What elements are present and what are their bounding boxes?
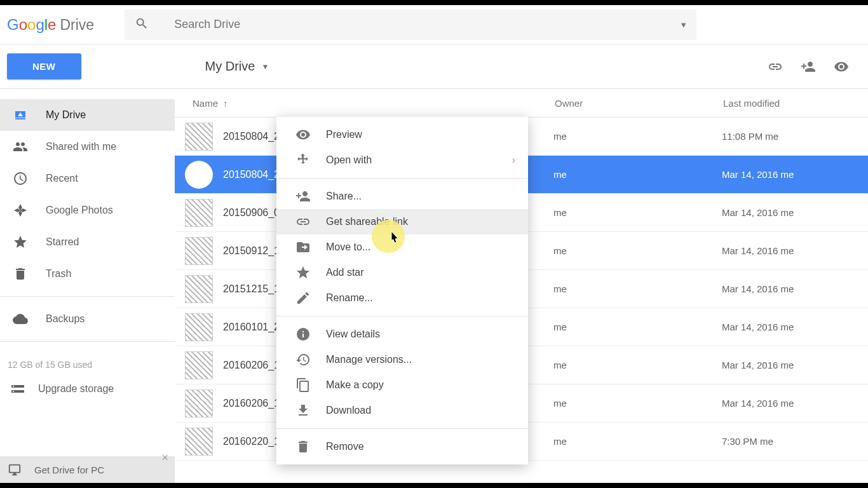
context-menu: Preview Open with › Share... Get shareab… xyxy=(276,117,528,464)
header: Google Drive ▾ xyxy=(0,0,868,44)
sidebar-item-photos[interactable]: Google Photos xyxy=(0,194,175,226)
sidebar-item-label: Google Photos xyxy=(46,205,113,216)
caret-down-icon: ▼ xyxy=(261,62,269,71)
eye-icon xyxy=(295,127,311,142)
sidebar-item-label: Shared with me xyxy=(46,141,116,152)
ctx-add-star[interactable]: Add star xyxy=(276,260,528,285)
trash-icon xyxy=(13,266,28,281)
search-bar[interactable]: ▾ xyxy=(125,10,696,40)
file-owner: me xyxy=(553,245,722,256)
folder-move-icon xyxy=(295,240,311,255)
ctx-view-details[interactable]: View details xyxy=(276,322,528,347)
new-button[interactable]: NEW xyxy=(7,53,81,79)
file-owner: me xyxy=(553,169,722,180)
sidebar-item-label: Starred xyxy=(46,236,79,248)
drive-icon xyxy=(13,107,28,123)
ctx-share[interactable]: Share... xyxy=(276,184,528,209)
star-icon xyxy=(295,265,311,280)
sidebar-item-my-drive[interactable]: My Drive xyxy=(0,99,175,131)
column-owner[interactable]: Owner xyxy=(555,98,723,109)
sidebar-item-starred[interactable]: Starred xyxy=(0,226,175,258)
file-owner: me xyxy=(553,322,722,332)
person-add-icon xyxy=(295,189,311,204)
history-icon xyxy=(295,352,311,367)
sidebar-item-backups[interactable]: Backups xyxy=(0,303,175,335)
get-drive-bar[interactable]: Get Drive for PC × xyxy=(0,456,175,483)
svg-point-0 xyxy=(13,386,14,387)
svg-point-1 xyxy=(13,391,14,392)
search-options-caret-icon[interactable]: ▾ xyxy=(681,19,686,30)
column-header-row: Name ↑ Owner Last modified xyxy=(175,89,868,118)
ctx-get-link[interactable]: Get shareable link xyxy=(276,209,528,234)
file-modified: Mar 14, 2016 me xyxy=(722,398,794,409)
ctx-open-with[interactable]: Open with › xyxy=(276,147,528,173)
file-modified: Mar 14, 2016 me xyxy=(722,245,794,256)
file-thumbnail xyxy=(185,428,213,456)
cloud-icon xyxy=(13,311,28,327)
sidebar-item-shared[interactable]: Shared with me xyxy=(0,131,175,163)
ctx-preview[interactable]: Preview xyxy=(276,122,528,147)
file-modified: Mar 14, 2016 me xyxy=(722,283,794,294)
storage-icon xyxy=(10,381,25,396)
column-name[interactable]: Name ↑ xyxy=(193,98,555,109)
edit-icon xyxy=(295,290,311,306)
file-thumbnail xyxy=(185,123,213,151)
link-icon xyxy=(295,214,311,229)
file-modified: Mar 14, 2016 me xyxy=(722,322,794,332)
file-modified: 11:08 PM me xyxy=(722,131,778,142)
sidebar-item-trash[interactable]: Trash xyxy=(0,258,175,290)
sidebar-item-label: Trash xyxy=(46,268,71,280)
file-owner: me xyxy=(553,283,722,294)
file-thumbnail xyxy=(185,199,213,227)
file-thumbnail xyxy=(185,161,213,189)
ctx-rename[interactable]: Rename... xyxy=(276,285,528,311)
ctx-manage-versions[interactable]: Manage versions... xyxy=(276,347,528,372)
breadcrumb-label: My Drive xyxy=(205,59,255,74)
link-icon[interactable] xyxy=(768,59,783,74)
photos-icon xyxy=(13,203,28,218)
ctx-make-copy[interactable]: Make a copy xyxy=(276,372,528,398)
search-icon xyxy=(135,17,149,32)
file-modified: 7:30 PM me xyxy=(722,436,773,447)
download-icon xyxy=(295,403,311,418)
clock-icon xyxy=(13,171,28,186)
file-owner: me xyxy=(553,436,722,447)
storage-text: 12 GB of 15 GB used xyxy=(0,360,175,370)
star-icon xyxy=(13,234,28,250)
file-owner: me xyxy=(553,131,722,142)
move-arrows-icon xyxy=(295,152,311,168)
sidebar-item-recent[interactable]: Recent xyxy=(0,163,175,194)
people-icon xyxy=(13,139,28,154)
file-owner: me xyxy=(553,207,722,218)
sidebar-item-label: Recent xyxy=(46,173,78,184)
file-list: Name ↑ Owner Last modified 20150804_2 me… xyxy=(175,89,868,483)
upgrade-storage[interactable]: Upgrade storage xyxy=(0,381,175,396)
get-drive-label: Get Drive for PC xyxy=(34,464,104,475)
upgrade-label: Upgrade storage xyxy=(38,383,114,395)
sidebar: My Drive Shared with me Recent Google Ph… xyxy=(0,89,175,483)
ctx-move-to[interactable]: Move to... xyxy=(276,234,528,260)
ctx-download[interactable]: Download xyxy=(276,398,528,423)
close-icon[interactable]: × xyxy=(161,451,168,464)
person-add-icon[interactable] xyxy=(801,59,816,74)
ctx-remove[interactable]: Remove xyxy=(276,434,528,459)
file-modified: Mar 14, 2016 me xyxy=(722,169,794,180)
search-input[interactable] xyxy=(174,18,681,31)
action-icons xyxy=(768,59,849,74)
file-thumbnail xyxy=(185,390,213,417)
toolbar: NEW My Drive ▼ xyxy=(0,44,868,89)
chevron-right-icon: › xyxy=(512,154,515,166)
copy-icon xyxy=(295,377,311,393)
file-modified: Mar 14, 2016 me xyxy=(722,207,794,218)
sidebar-item-label: My Drive xyxy=(46,109,86,121)
column-modified[interactable]: Last modified xyxy=(723,98,868,109)
file-owner: me xyxy=(553,398,722,409)
monitor-icon xyxy=(8,463,22,477)
logo[interactable]: Google Drive xyxy=(7,16,94,34)
file-owner: me xyxy=(553,360,722,370)
file-thumbnail xyxy=(185,275,213,303)
file-thumbnail xyxy=(185,351,213,379)
breadcrumb[interactable]: My Drive ▼ xyxy=(205,59,269,74)
eye-icon[interactable] xyxy=(834,59,849,74)
trash-icon xyxy=(295,439,311,454)
